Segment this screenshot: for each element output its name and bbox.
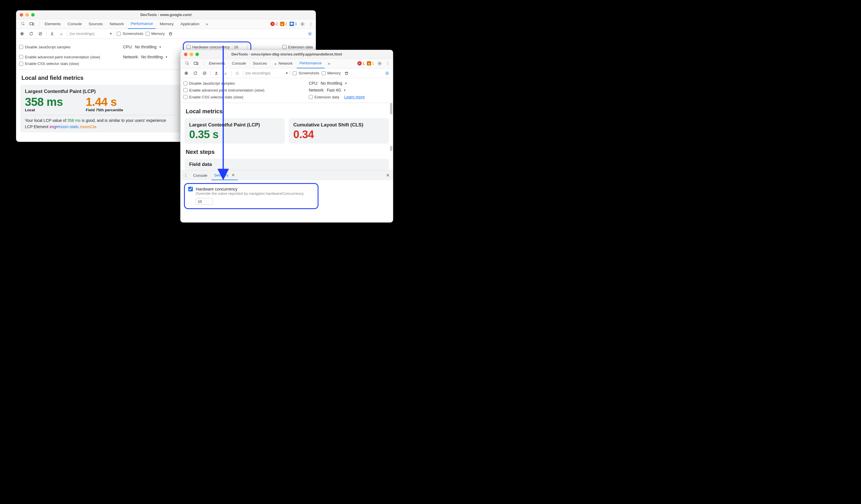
warning-count[interactable]: ▲2 bbox=[280, 22, 287, 26]
css-stats-checkbox[interactable]: Enable CSS selector stats (slow) bbox=[19, 61, 79, 66]
reload-record-icon[interactable] bbox=[28, 30, 35, 37]
tab-network[interactable]: Network bbox=[107, 19, 127, 29]
label: Screenshots bbox=[122, 31, 143, 36]
close-tab-icon[interactable]: ✕ bbox=[232, 173, 235, 177]
close-dot[interactable] bbox=[20, 13, 23, 17]
perf-settings-gear-icon[interactable] bbox=[306, 30, 313, 37]
device-toolbar-icon[interactable] bbox=[193, 60, 200, 67]
error-count[interactable]: ✕1 bbox=[357, 61, 365, 66]
tab-label: Sources bbox=[89, 22, 103, 26]
clear-icon[interactable] bbox=[37, 30, 44, 37]
extension-data-checkbox[interactable]: Extension data bbox=[309, 95, 339, 99]
minimize-dot[interactable] bbox=[26, 13, 29, 17]
learn-more-link[interactable]: Learn more bbox=[344, 95, 365, 99]
inspect-icon[interactable] bbox=[184, 60, 191, 67]
css-stats-checkbox[interactable]: Enable CSS selector stats (slow) bbox=[183, 95, 304, 99]
upload-icon[interactable] bbox=[49, 30, 55, 37]
tab-performance[interactable]: Performance bbox=[297, 59, 325, 68]
settings-gear-icon[interactable] bbox=[299, 20, 306, 27]
info-count[interactable]: 💬3 bbox=[290, 22, 297, 26]
hardware-concurrency-checkbox[interactable]: Hardware concurrency bbox=[187, 45, 230, 49]
close-drawer-icon[interactable]: ✕ bbox=[384, 172, 391, 179]
t: 358 ms bbox=[68, 118, 81, 123]
window-title: DevTools - www.google.com/ bbox=[16, 13, 316, 17]
label: Sensors bbox=[214, 173, 229, 177]
count: 1 bbox=[363, 61, 365, 66]
label: Enable CSS selector stats (slow) bbox=[25, 61, 79, 66]
cpu-select[interactable]: No throttling bbox=[135, 45, 161, 49]
settings-gear-icon[interactable] bbox=[376, 60, 383, 67]
advanced-paint-checkbox[interactable]: Enable advanced paint instrumentation (s… bbox=[183, 88, 304, 93]
upload-icon[interactable] bbox=[213, 70, 220, 76]
label: Hardware concurrency bbox=[192, 45, 230, 49]
tab-elements[interactable]: Elements bbox=[206, 59, 228, 68]
tab-console[interactable]: Console bbox=[229, 59, 249, 68]
warning-count[interactable]: ▲1 bbox=[367, 61, 374, 66]
drawer-kebab-icon[interactable]: ⋮ bbox=[182, 172, 189, 179]
tab-sources[interactable]: Sources bbox=[250, 59, 270, 68]
titlebar: DevTools - emscripten-dbg-stories.netlif… bbox=[180, 50, 393, 59]
clear-icon[interactable] bbox=[201, 70, 208, 76]
screenshots-checkbox[interactable]: Screenshots bbox=[293, 71, 319, 75]
gc-icon[interactable] bbox=[343, 70, 350, 76]
tab-label: Elements bbox=[45, 22, 61, 26]
advanced-paint-checkbox[interactable]: Enable advanced paint instrumentation (s… bbox=[19, 55, 118, 59]
tab-label: Network bbox=[110, 22, 124, 26]
recordings-select[interactable]: (no recordings)▾ bbox=[246, 71, 288, 75]
zoom-dot[interactable] bbox=[195, 53, 199, 56]
label: Extension data bbox=[288, 45, 313, 49]
tab-memory[interactable]: Memory bbox=[157, 19, 177, 29]
download-icon[interactable] bbox=[58, 30, 65, 37]
cpu-select[interactable]: No throttling bbox=[320, 81, 346, 85]
inspect-icon[interactable] bbox=[20, 20, 27, 27]
more-tabs-icon[interactable]: » bbox=[326, 60, 332, 67]
minimize-dot[interactable] bbox=[190, 53, 193, 56]
kebab-menu-icon[interactable]: ⋮ bbox=[384, 60, 391, 67]
label: Disable JavaScript samples bbox=[25, 45, 71, 49]
label: Disable JavaScript samples bbox=[189, 81, 235, 85]
hardware-concurrency-input[interactable] bbox=[196, 198, 213, 205]
tab-sources[interactable]: Sources bbox=[86, 19, 106, 29]
more-tabs-icon[interactable]: » bbox=[203, 20, 210, 27]
tab-console[interactable]: Console bbox=[65, 19, 85, 29]
drawer-tab-sensors[interactable]: Sensors✕ bbox=[211, 170, 238, 180]
kebab-menu-icon[interactable]: ⋮ bbox=[307, 20, 314, 27]
screenshots-checkbox[interactable]: Screenshots bbox=[117, 31, 143, 36]
zoom-dot[interactable] bbox=[31, 13, 35, 17]
perf-settings-gear-icon[interactable] bbox=[384, 70, 391, 76]
error-count[interactable]: ✕2 bbox=[270, 22, 277, 26]
download-icon[interactable] bbox=[222, 70, 229, 76]
network-select[interactable]: Fast 4G bbox=[327, 88, 346, 93]
label: (no recordings) bbox=[246, 71, 270, 75]
gc-icon[interactable] bbox=[167, 30, 174, 37]
memory-checkbox[interactable]: Memory bbox=[146, 31, 165, 36]
extension-data-checkbox[interactable]: Extension data bbox=[283, 45, 313, 49]
disable-js-checkbox[interactable]: Disable JavaScript samples bbox=[19, 45, 118, 49]
svg-rect-9 bbox=[194, 62, 197, 64]
tab-performance[interactable]: Performance bbox=[128, 19, 156, 29]
scrollbar-thumb[interactable] bbox=[390, 103, 392, 114]
drawer-tab-console[interactable]: Console bbox=[190, 170, 210, 180]
reload-record-icon[interactable] bbox=[192, 70, 199, 76]
home-icon[interactable] bbox=[234, 70, 241, 76]
record-icon[interactable] bbox=[183, 70, 190, 76]
id: #moon-static bbox=[56, 124, 79, 129]
hardware-concurrency-checkbox[interactable] bbox=[188, 187, 193, 191]
recordings-select[interactable]: (no recordings)▾ bbox=[70, 31, 112, 36]
svg-point-13 bbox=[186, 72, 187, 74]
disable-js-checkbox[interactable]: Disable JavaScript samples bbox=[183, 81, 304, 85]
memory-checkbox[interactable]: Memory bbox=[322, 71, 341, 75]
network-select[interactable]: No throttling bbox=[141, 55, 167, 59]
label: Enable advanced paint instrumentation (s… bbox=[189, 88, 264, 93]
cpu-label: CPU: bbox=[123, 45, 133, 49]
tab-elements[interactable]: Elements bbox=[42, 19, 64, 29]
device-toolbar-icon[interactable] bbox=[28, 20, 35, 27]
svg-point-5 bbox=[21, 33, 23, 34]
scrollbar-thumb[interactable] bbox=[390, 146, 392, 151]
tab-network[interactable]: ▲Network bbox=[271, 59, 295, 68]
hardware-concurrency-input[interactable] bbox=[232, 43, 247, 50]
tab-application[interactable]: Application bbox=[178, 19, 202, 29]
record-icon[interactable] bbox=[18, 30, 26, 37]
close-dot[interactable] bbox=[184, 53, 188, 56]
label: Memory bbox=[151, 31, 165, 36]
